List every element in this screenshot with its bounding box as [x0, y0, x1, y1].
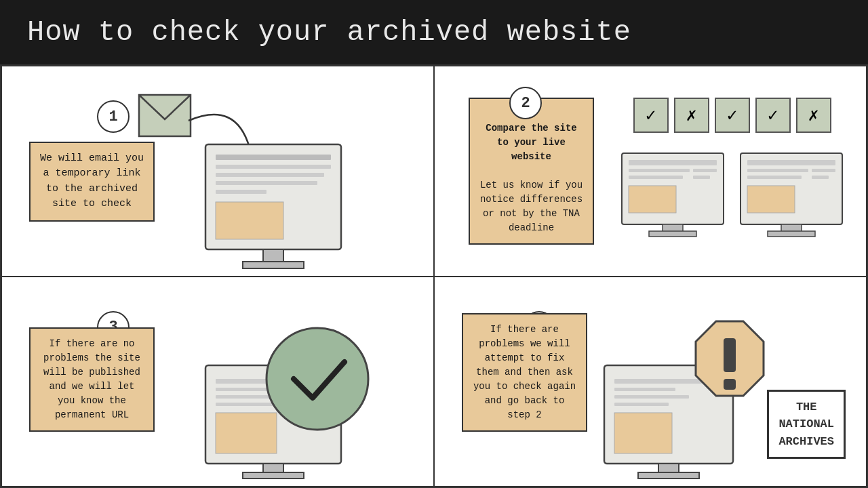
- svg-rect-20: [629, 186, 676, 213]
- step-1-computer-icon: [199, 141, 348, 277]
- step-2-circle: 2: [509, 87, 542, 119]
- checkboxes-row: ✓ ✗ ✓ ✓ ✗: [633, 98, 831, 133]
- svg-rect-22: [649, 231, 696, 237]
- content-grid: 1 We will email you a temporary link to …: [0, 64, 868, 488]
- step-1-cell: 1 We will email you a temporary link to …: [1, 66, 434, 277]
- check-icon-1: ✓: [633, 98, 669, 133]
- svg-rect-51: [724, 379, 736, 390]
- svg-rect-50: [724, 338, 736, 372]
- svg-rect-26: [747, 176, 802, 179]
- svg-rect-18: [693, 169, 717, 172]
- svg-rect-36: [216, 403, 277, 406]
- svg-rect-28: [812, 176, 829, 179]
- check-icon-2: ✓: [715, 98, 750, 133]
- svg-rect-25: [747, 169, 808, 172]
- step-4-textbox: If there are problems we will attempt to…: [462, 313, 587, 432]
- svg-rect-31: [768, 231, 815, 237]
- tna-badge: THE NATIONAL ARCHIVES: [767, 390, 846, 460]
- monitors-pair: [618, 150, 846, 245]
- svg-rect-48: [638, 472, 699, 479]
- svg-rect-19: [693, 176, 710, 179]
- svg-rect-3: [216, 155, 331, 160]
- step-3-cell: 3 If there are no problems the site will…: [1, 277, 434, 487]
- page-title: How to check your archived website: [27, 16, 631, 49]
- step-4-right: THE NATIONAL ARCHIVES: [584, 291, 852, 473]
- step-2-inner: Compare the site to your live websiteLet…: [448, 80, 852, 262]
- step-4-computer-icon: [597, 311, 774, 484]
- step-4-cell: 4 If there are problems we will attempt …: [434, 277, 867, 487]
- svg-rect-46: [614, 413, 672, 453]
- step-3-computer-icon: [199, 311, 382, 484]
- svg-rect-24: [747, 160, 835, 165]
- step-2-textbox: Compare the site to your live websiteLet…: [469, 98, 594, 245]
- svg-rect-16: [629, 169, 690, 172]
- svg-rect-45: [614, 403, 669, 406]
- page-header: How to check your archived website: [0, 0, 868, 64]
- monitor-b-icon: [737, 150, 846, 245]
- svg-rect-7: [216, 190, 267, 194]
- step-1-circle: 1: [97, 100, 130, 133]
- cross-icon-2: ✗: [796, 98, 831, 133]
- svg-rect-13: [243, 262, 304, 268]
- step-3-textbox: If there are no problems the site will b…: [29, 327, 155, 432]
- svg-rect-39: [243, 472, 304, 479]
- step-2-cell: 2 Compare the site to your live websiteL…: [434, 66, 867, 277]
- svg-rect-29: [747, 186, 795, 213]
- svg-point-40: [267, 328, 368, 430]
- svg-rect-43: [614, 388, 675, 391]
- check-icon-3: ✓: [755, 98, 791, 133]
- cross-icon-1: ✗: [674, 98, 709, 133]
- svg-rect-17: [629, 176, 683, 179]
- svg-rect-27: [812, 169, 835, 172]
- svg-rect-44: [614, 395, 689, 399]
- svg-rect-37: [216, 413, 277, 453]
- step-3-monitor-area: [165, 291, 420, 473]
- monitor-a-icon: [618, 150, 727, 245]
- svg-rect-8: [273, 165, 331, 169]
- svg-rect-11: [216, 202, 283, 239]
- svg-rect-9: [273, 173, 324, 177]
- svg-rect-15: [629, 160, 717, 165]
- svg-rect-10: [273, 181, 317, 185]
- step-2-visuals: ✓ ✗ ✓ ✓ ✗: [618, 98, 846, 245]
- step-1-textbox: We will email you a temporary link to th…: [29, 142, 155, 222]
- svg-rect-42: [614, 379, 703, 384]
